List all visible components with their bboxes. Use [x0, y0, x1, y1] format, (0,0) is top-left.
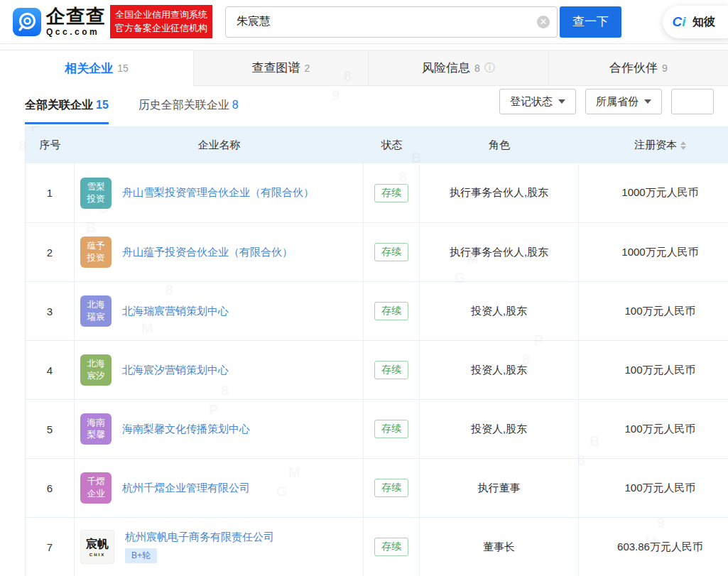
company-name-link[interactable]: 舟山雪梨投资管理合伙企业（有限合伙）: [122, 186, 314, 200]
gov-badge-line1: 全国企业信用查询系统: [115, 9, 207, 22]
search-input[interactable]: [226, 16, 537, 28]
company-cell: 北海宸汐 北海宸汐营销策划中心: [75, 341, 364, 399]
tab-related-companies[interactable]: 相关企业 15: [0, 50, 193, 86]
brand-domain: Qcc.com: [46, 28, 106, 36]
table-row: 5 海南梨馨 海南梨馨文化传播策划中心 存续 投资人,股东 100万元人民币: [26, 399, 728, 458]
subtab-history-related[interactable]: 历史全部关联企业8: [138, 98, 239, 124]
table-row: 7 宸帆CHIX 杭州宸帆电子商务有限责任公司 B+轮 存续 董事长 603.8…: [26, 517, 728, 576]
role-cell: 执行事务合伙人,股东: [420, 223, 579, 281]
company-cell: 北海瑞宸 北海瑞宸营销策划中心: [75, 282, 364, 340]
company-cell: 海南梨馨 海南梨馨文化传播策划中心: [75, 400, 364, 458]
role-cell: 投资人,股东: [420, 341, 579, 399]
status-badge: 存续: [374, 302, 408, 320]
col-header-status: 状态: [364, 138, 420, 152]
company-cell: 千熠企业 杭州千熠企业管理有限公司: [75, 459, 364, 517]
company-name-link[interactable]: 北海宸汐营销策划中心: [122, 364, 229, 377]
company-name-link[interactable]: 海南梨馨文化传播策划中心: [122, 423, 250, 436]
status-badge: 存续: [374, 479, 408, 497]
row-number: 1: [26, 163, 75, 222]
col-header-capital[interactable]: 注册资本: [579, 138, 728, 152]
status-cell: 存续: [364, 163, 420, 222]
company-name-link[interactable]: 舟山蕴予投资合伙企业（有限合伙）: [122, 246, 293, 259]
brand-name: 企查查: [46, 7, 106, 26]
company-badge: 千熠企业: [80, 472, 112, 504]
status-cell: 存续: [364, 518, 420, 576]
status-cell: 存续: [364, 282, 420, 340]
tab-count: 2: [305, 63, 310, 74]
tab-count: 15: [117, 63, 129, 74]
company-cell: 宸帆CHIX 杭州宸帆电子商务有限责任公司 B+轮: [75, 518, 364, 576]
search-box: ✕: [225, 6, 558, 38]
row-number: 3: [26, 282, 75, 340]
company-badge: 北海瑞宸: [80, 295, 112, 327]
role-cell: 投资人,股东: [420, 282, 579, 340]
tab-chacha-graph[interactable]: 查查图谱 2: [193, 50, 368, 86]
capital-cell: 603.86万元人民币: [579, 518, 728, 576]
ai-assistant-label: 知彼: [692, 15, 715, 30]
clear-search-icon[interactable]: ✕: [537, 16, 550, 28]
role-cell: 执行董事: [420, 459, 579, 517]
tab-risk-info[interactable]: 风险信息 8 ⓘ: [368, 50, 548, 86]
status-cell: 存续: [364, 400, 420, 458]
tab-count: 8: [474, 63, 480, 74]
company-logo: 宸帆CHIX: [80, 530, 114, 564]
role-cell: 投资人,股东: [420, 400, 579, 458]
row-number: 4: [26, 341, 75, 399]
capital-cell: 100万元人民币: [579, 400, 728, 458]
row-number: 5: [26, 400, 75, 458]
capital-cell: 100万元人民币: [579, 459, 728, 517]
table-row: 3 北海瑞宸 北海瑞宸营销策划中心 存续 投资人,股东 100万元人民币: [26, 281, 728, 340]
col-header-company: 企业名称: [75, 138, 364, 152]
company-badge: 雪梨投资: [80, 178, 112, 209]
table-body: 1 雪梨投资 舟山雪梨投资管理合伙企业（有限合伙） 存续 执行事务合伙人,股东 …: [26, 163, 728, 576]
table-row: 6 千熠企业 杭州千熠企业管理有限公司 存续 执行董事 100万元人民币: [26, 458, 728, 517]
table-header: 序号 企业名称 状态 角色 注册资本: [26, 127, 728, 163]
main-tabs: 相关企业 15 查查图谱 2 风险信息 8 ⓘ 合作伙伴 9: [0, 50, 728, 86]
qcc-logo-icon: [13, 8, 41, 36]
filter-province[interactable]: 所属省份: [585, 89, 662, 114]
tab-partners[interactable]: 合作伙伴 9: [548, 50, 728, 86]
ai-assistant-pill[interactable]: Ci 知彼: [663, 6, 728, 38]
filter-bar: 登记状态 所属省份: [490, 89, 714, 114]
company-name-link[interactable]: 杭州宸帆电子商务有限责任公司: [125, 531, 274, 544]
qcc-logo[interactable]: 企查查 Qcc.com: [13, 7, 106, 36]
info-icon[interactable]: ⓘ: [484, 61, 495, 75]
role-cell: 执行事务合伙人,股东: [420, 163, 579, 222]
company-badge: 蕴予投资: [80, 237, 112, 268]
search-button[interactable]: 查一下: [560, 6, 621, 38]
chevron-down-icon: [558, 99, 565, 104]
status-cell: 存续: [364, 459, 420, 517]
capital-cell: 100万元人民币: [579, 282, 728, 340]
company-badge: 北海宸汐: [80, 354, 112, 386]
table-row: 4 北海宸汐 北海宸汐营销策划中心 存续 投资人,股东 100万元人民币: [26, 340, 728, 399]
col-header-no: 序号: [26, 138, 75, 152]
company-name-link[interactable]: 北海瑞宸营销策划中心: [122, 305, 229, 318]
funding-tag: B+轮: [125, 548, 157, 563]
company-cell: 蕴予投资 舟山蕴予投资合伙企业（有限合伙）: [75, 223, 364, 281]
status-cell: 存续: [364, 341, 420, 399]
gov-badge-line2: 官方备案企业征信机构: [115, 22, 207, 36]
status-badge: 存续: [374, 538, 408, 556]
row-number: 7: [26, 518, 75, 576]
subtab-all-related[interactable]: 全部关联企业15: [25, 98, 109, 124]
filter-registration-status[interactable]: 登记状态: [499, 89, 576, 114]
row-number: 6: [26, 459, 75, 517]
company-name-link[interactable]: 杭州千熠企业管理有限公司: [122, 482, 250, 495]
status-badge: 存续: [374, 361, 408, 379]
filter-dropdown-partial[interactable]: [671, 89, 714, 114]
role-cell: 董事长: [420, 518, 579, 576]
company-badge: 海南梨馨: [80, 413, 112, 445]
sort-icon[interactable]: [680, 141, 686, 150]
top-bar: 企查查 Qcc.com 全国企业信用查询系统 官方备案企业征信机构 ✕ 查一下 …: [0, 0, 728, 44]
col-header-role: 角色: [420, 138, 579, 152]
status-badge: 存续: [374, 243, 408, 261]
status-cell: 存续: [364, 223, 420, 281]
sub-tab-bar: 全部关联企业15 历史全部关联企业8 登记状态 所属省份: [0, 86, 728, 126]
gov-certification-badge: 全国企业信用查询系统 官方备案企业征信机构: [110, 5, 212, 39]
status-badge: 存续: [374, 184, 408, 202]
chevron-down-icon: [644, 99, 651, 104]
tab-count: 9: [662, 63, 668, 74]
capital-cell: 1000万元人民币: [579, 163, 728, 222]
row-number: 2: [26, 223, 75, 281]
table-row: 1 雪梨投资 舟山雪梨投资管理合伙企业（有限合伙） 存续 执行事务合伙人,股东 …: [26, 163, 728, 222]
